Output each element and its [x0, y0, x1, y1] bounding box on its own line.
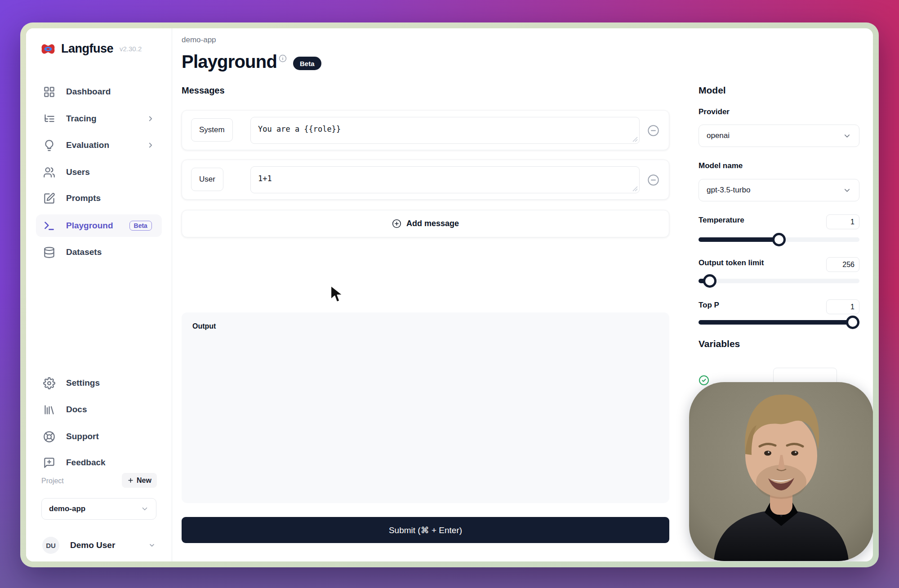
sidebar-item-label: Datasets [66, 247, 102, 257]
variable-valid-check-icon [699, 375, 709, 386]
top-p-slider[interactable] [699, 316, 859, 329]
user-menu[interactable]: DU Demo User [42, 535, 156, 556]
sidebar-item-prompts[interactable]: Prompts [36, 187, 162, 209]
sidebar-item-settings[interactable]: Settings [36, 372, 162, 394]
top-p-slider-thumb[interactable] [846, 316, 859, 329]
provider-label: Provider [699, 107, 730, 116]
top-p-label: Top P [699, 301, 719, 310]
app-version: v2.30.2 [120, 45, 142, 53]
remove-message-button[interactable] [647, 125, 659, 137]
settings-icon [43, 377, 55, 389]
project-select[interactable]: demo-app [41, 498, 156, 520]
langfuse-logo-icon [40, 42, 56, 56]
page-title: Playground [182, 52, 277, 72]
provider-select-value: openai [707, 131, 730, 140]
top-p-value-input[interactable] [826, 299, 859, 314]
temperature-slider-thumb[interactable] [772, 233, 786, 246]
avatar: DU [42, 537, 59, 554]
app-window-frame: Langfuse v2.30.2 Dashboard Tracing Evalu… [20, 22, 879, 567]
chevron-down-icon [141, 505, 149, 513]
system-message-input[interactable]: You are a {{role}} [250, 117, 640, 144]
plus-circle-icon [392, 219, 401, 228]
sidebar-item-docs[interactable]: Docs [36, 398, 162, 421]
system-message-field-wrap: You are a {{role}} [250, 117, 640, 144]
user-message-input[interactable]: 1+1 [250, 166, 640, 193]
minus-circle-icon [647, 125, 659, 137]
sidebar-item-dashboard[interactable]: Dashboard [36, 80, 162, 103]
dashboard-icon [43, 86, 55, 98]
sidebar-item-feedback[interactable]: Feedback [36, 451, 162, 474]
sidebar-item-label: Settings [66, 378, 100, 388]
evaluation-icon [43, 139, 55, 151]
message-row-system: System You are a {{role}} [182, 110, 669, 150]
sidebar-item-label: Feedback [66, 458, 106, 468]
submit-button[interactable]: Submit (⌘ + Enter) [182, 517, 669, 543]
tracing-icon [43, 113, 55, 125]
sidebar-item-evaluation[interactable]: Evaluation [36, 134, 162, 156]
output-token-limit-label: Output token limit [699, 258, 764, 267]
chevron-right-icon [147, 115, 155, 123]
sidebar-item-playground[interactable]: Playground Beta [36, 214, 162, 237]
breadcrumb[interactable]: demo-app [182, 36, 216, 45]
webcam-overlay [689, 382, 873, 561]
user-message-field-wrap: 1+1 [250, 166, 640, 193]
new-project-button[interactable]: New [122, 473, 157, 488]
sidebar-item-label: Users [66, 167, 90, 177]
temperature-label: Temperature [699, 216, 744, 225]
sidebar-item-label: Dashboard [66, 87, 111, 97]
model-name-label: Model name [699, 161, 743, 170]
mouse-cursor [329, 285, 345, 304]
output-token-limit-value-input[interactable] [826, 257, 859, 272]
provider-select[interactable]: openai [699, 125, 859, 147]
plus-icon [127, 477, 134, 484]
model-heading: Model [699, 85, 726, 96]
model-name-select[interactable]: gpt-3.5-turbo [699, 179, 859, 201]
sidebar: Langfuse v2.30.2 Dashboard Tracing Evalu… [26, 28, 172, 561]
sidebar-item-label: Docs [66, 405, 87, 414]
temperature-slider[interactable] [699, 233, 859, 246]
user-name: Demo User [70, 540, 115, 550]
chevron-right-icon [147, 141, 155, 149]
role-selector-user[interactable]: User [191, 168, 223, 191]
new-project-label: New [137, 477, 151, 485]
logo-row[interactable]: Langfuse v2.30.2 [40, 42, 142, 56]
variables-heading: Variables [699, 339, 740, 349]
docs-icon [43, 404, 55, 416]
minus-circle-icon [647, 174, 659, 186]
support-icon [43, 431, 55, 443]
langfuse-app: Langfuse v2.30.2 Dashboard Tracing Evalu… [26, 28, 873, 561]
playground-icon [43, 220, 55, 232]
info-icon[interactable] [279, 54, 287, 62]
temperature-value-input[interactable] [826, 214, 859, 229]
output-panel: Output [182, 312, 669, 503]
add-message-label: Add message [406, 219, 459, 228]
messages-heading: Messages [182, 85, 225, 96]
datasets-icon [43, 246, 55, 258]
output-token-limit-slider-thumb[interactable] [703, 274, 717, 288]
sidebar-item-tracing[interactable]: Tracing [36, 107, 162, 130]
remove-message-button[interactable] [647, 174, 659, 186]
beta-badge: Beta [293, 57, 321, 70]
output-label: Output [192, 322, 216, 330]
slider-track [699, 279, 859, 283]
sidebar-item-label: Support [66, 432, 99, 441]
sidebar-item-users[interactable]: Users [36, 161, 162, 183]
app-title: Langfuse [61, 42, 113, 56]
chevron-down-icon [843, 132, 851, 140]
users-icon [43, 166, 55, 178]
role-selector-system[interactable]: System [191, 118, 233, 142]
project-label: Project [41, 477, 64, 485]
sidebar-item-label: Playground [66, 221, 113, 231]
prompts-icon [43, 192, 55, 205]
project-select-value: demo-app [49, 504, 85, 513]
sidebar-item-support[interactable]: Support [36, 425, 162, 448]
output-token-limit-slider[interactable] [699, 274, 859, 288]
model-name-select-value: gpt-3.5-turbo [707, 186, 750, 195]
add-message-button[interactable]: Add message [182, 210, 669, 237]
webcam-person-illustration [689, 382, 873, 561]
slider-fill [699, 320, 859, 325]
chevron-down-icon [843, 186, 851, 195]
sidebar-item-datasets[interactable]: Datasets [36, 241, 162, 263]
feedback-icon [43, 457, 55, 469]
sidebar-item-label: Tracing [66, 114, 97, 124]
